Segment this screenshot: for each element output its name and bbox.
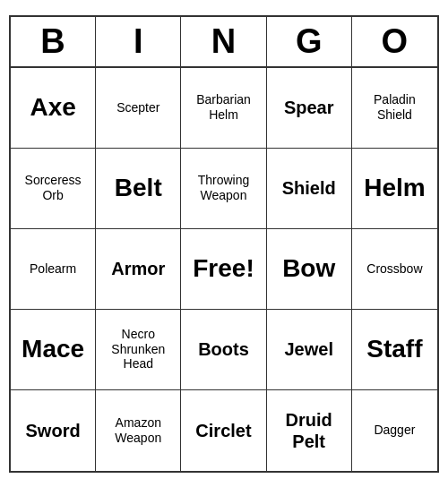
bingo-cell-3: Spear (267, 68, 352, 149)
header-letter-G: G (267, 17, 352, 66)
cell-text-13: Bow (282, 253, 335, 284)
cell-text-20: Sword (26, 420, 81, 441)
cell-text-0: Axe (30, 92, 75, 123)
bingo-header: BINGO (11, 17, 437, 68)
bingo-cell-14: Crossbow (352, 229, 437, 310)
cell-text-19: Staff (366, 334, 422, 364)
header-letter-O: O (352, 17, 437, 66)
cell-text-7: Throwing Weapon (185, 173, 262, 203)
cell-text-10: Polearm (30, 261, 76, 277)
cell-text-2: Barbarian Helm (185, 92, 262, 123)
cell-text-22: Circlet (195, 420, 251, 441)
bingo-cell-20: Sword (11, 390, 96, 471)
bingo-cell-2: Barbarian Helm (181, 68, 266, 149)
bingo-cell-5: Sorceress Orb (11, 149, 96, 229)
cell-text-11: Armor (111, 258, 165, 279)
bingo-cell-9: Helm (352, 149, 437, 229)
bingo-cell-10: Polearm (11, 229, 96, 310)
bingo-cell-12: Free! (181, 229, 266, 310)
bingo-grid: AxeScepterBarbarian HelmSpearPaladin Shi… (11, 68, 437, 471)
bingo-cell-16: Necro Shrunken Head (96, 310, 181, 390)
header-letter-I: I (96, 17, 181, 66)
cell-text-1: Scepter (116, 100, 159, 115)
bingo-cell-7: Throwing Weapon (181, 149, 266, 229)
cell-text-21: Amazon Weapon (99, 415, 177, 446)
cell-text-15: Mace (22, 334, 84, 364)
bingo-cell-19: Staff (352, 310, 437, 390)
bingo-cell-6: Belt (96, 149, 181, 229)
cell-text-5: Sorceress Orb (14, 173, 91, 203)
header-letter-B: B (11, 17, 96, 66)
cell-text-6: Belt (115, 173, 162, 203)
bingo-cell-18: Jewel (267, 310, 352, 390)
bingo-cell-15: Mace (11, 310, 96, 390)
bingo-cell-13: Bow (267, 229, 352, 310)
cell-text-4: Paladin Shield (356, 92, 434, 123)
bingo-cell-1: Scepter (96, 68, 181, 149)
cell-text-14: Crossbow (366, 261, 422, 277)
cell-text-16: Necro Shrunken Head (99, 327, 177, 372)
cell-text-24: Dagger (374, 423, 415, 438)
cell-text-9: Helm (364, 173, 425, 203)
cell-text-18: Jewel (284, 338, 332, 360)
bingo-cell-4: Paladin Shield (352, 68, 437, 149)
bingo-cell-17: Boots (181, 310, 266, 390)
bingo-cell-23: Druid Pelt (267, 390, 352, 471)
cell-text-17: Boots (198, 338, 249, 360)
bingo-card: BINGO AxeScepterBarbarian HelmSpearPalad… (9, 15, 439, 473)
cell-text-23: Druid Pelt (271, 409, 348, 452)
cell-text-12: Free! (193, 253, 254, 284)
bingo-cell-24: Dagger (352, 390, 437, 471)
bingo-cell-21: Amazon Weapon (96, 390, 181, 471)
cell-text-3: Spear (284, 97, 334, 118)
bingo-cell-8: Shield (267, 149, 352, 229)
bingo-cell-0: Axe (11, 68, 96, 149)
bingo-cell-11: Armor (96, 229, 181, 310)
header-letter-N: N (181, 17, 266, 66)
bingo-cell-22: Circlet (181, 390, 266, 471)
cell-text-8: Shield (282, 177, 336, 199)
